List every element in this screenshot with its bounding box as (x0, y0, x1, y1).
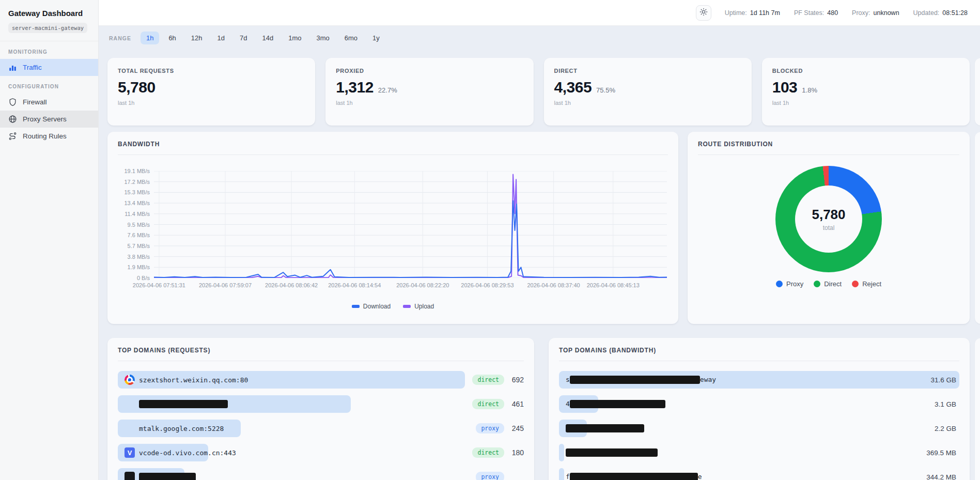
range-option-14d[interactable]: 14d (257, 32, 279, 44)
donut-legend-item-proxy: Proxy (776, 280, 803, 288)
stat-value-row: 4,36575.5% (554, 79, 741, 96)
sidebar-item-traffic[interactable]: Traffic (0, 59, 98, 76)
range-option-12h[interactable]: 12h (185, 32, 208, 44)
favicon-slot (125, 423, 135, 433)
bandwidth-title: BANDWIDTH (118, 141, 668, 148)
sidebar-section: MONITORINGTraffic (0, 49, 98, 76)
sidebar-item-label: Routing Rules (23, 132, 67, 140)
domain-row-content: mtalk.google.com:5228 (118, 420, 469, 437)
badge-direct: direct (472, 375, 504, 385)
sidebar-item-label: Traffic (23, 64, 42, 71)
topbar: Uptime:1d 11h 7mPF States:480Proxy:unkno… (99, 0, 980, 26)
legend-label: Upload (414, 303, 434, 310)
domain-bar-zone: szextshort.weixin.qq.com:80 (118, 371, 465, 389)
donut-legend: ProxyDirectReject (698, 280, 959, 288)
status-strip: Uptime:1d 11h 7mPF States:480Proxy:unkno… (725, 9, 968, 17)
status-value: 1d 11h 7m (750, 9, 780, 17)
stats-row: TOTAL REQUESTS5,780last 1hPROXIED1,31222… (107, 58, 970, 126)
domain-row-content: 369.5 MB (559, 444, 959, 461)
stat-percent: 22.7% (378, 86, 397, 94)
domain-bar-zone: Vvcode-od.vivo.com.cn:443 (118, 444, 465, 461)
redacted-domain (566, 448, 658, 457)
donut-total: 5,780 (812, 207, 845, 223)
domain-text: fe (566, 473, 702, 480)
status-label: Proxy: (852, 9, 870, 17)
domain-text: vcode-od.vivo.com.cn:443 (139, 449, 236, 457)
shield-icon (8, 98, 17, 106)
donut-center: 5,780 total (795, 185, 862, 253)
range-option-3mo[interactable]: 3mo (311, 32, 335, 44)
vivo-favicon: V (125, 447, 135, 458)
bandwidth-legend: DownloadUpload (118, 303, 668, 310)
y-axis-tick-label: 15.3 MB/s (124, 189, 150, 195)
bandwidth-value: 369.5 MB (926, 449, 956, 457)
range-option-1mo[interactable]: 1mo (283, 32, 307, 44)
bandwidth-chart: 19.1 MB/s17.2 MB/s15.3 MB/s13.4 MB/s11.4… (118, 171, 668, 278)
y-axis-tick-label: 0 B/s (137, 275, 150, 281)
donut-wrap: 5,780 total (698, 166, 959, 272)
redacted-domain (570, 400, 665, 408)
theme-toggle-button[interactable] (696, 5, 711, 21)
stat-label: DIRECT (554, 68, 741, 74)
route-title: ROUTE DISTRIBUTION (698, 141, 959, 148)
range-option-1y[interactable]: 1y (367, 32, 385, 44)
range-option-1d[interactable]: 1d (212, 32, 230, 44)
domain-bar-zone (118, 468, 469, 480)
stat-value-row: 1031.8% (772, 79, 959, 96)
domain-text: seway (566, 376, 716, 384)
badge-proxy: proxy (476, 423, 504, 433)
range-option-7d[interactable]: 7d (234, 32, 253, 44)
legend-dot (776, 281, 783, 287)
domain-row: 2.2 GB (559, 420, 959, 437)
range-option-6mo[interactable]: 6mo (339, 32, 363, 44)
badge-proxy: proxy (476, 472, 504, 480)
top-domains-requests-card: TOP DOMAINS (REQUESTS) szextshort.weixin… (107, 338, 534, 480)
range-option-6h[interactable]: 6h (163, 32, 181, 44)
route-distribution-card: ROUTE DISTRIBUTION 5,780 total ProxyDire… (688, 132, 970, 324)
stat-value: 4,365 (554, 79, 592, 96)
domain-row: direct461 (118, 395, 524, 413)
status-value: 480 (827, 9, 838, 17)
donut-legend-item-reject: Reject (852, 280, 881, 288)
app-root: Gateway Dashboard server-macmini-gateway… (0, 0, 980, 480)
x-axis-tick-label: 2026-04-06 08:29:53 (461, 282, 514, 288)
sidebar-item-firewall[interactable]: Firewall (0, 94, 98, 111)
divider (118, 154, 668, 155)
domain-row: mtalk.google.com:5228proxy245 (118, 420, 524, 437)
request-count: 245 (504, 424, 524, 432)
legend-label: Download (363, 303, 391, 310)
domain-row-content: fe344.2 MB (559, 468, 959, 480)
stat-value: 5,780 (118, 79, 155, 96)
stat-label: BLOCKED (772, 68, 959, 74)
redacted-domain (566, 424, 644, 432)
status-item: Updated:08:51:28 (913, 9, 968, 17)
bar-chart-icon (8, 63, 17, 72)
y-axis-tick-label: 5.7 MB/s (128, 243, 150, 249)
bandwidth-value: 2.2 GB (935, 425, 956, 432)
sidebar-item-proxy-servers[interactable]: Proxy Servers (0, 111, 98, 128)
sidebar-header: Gateway Dashboard server-macmini-gateway (0, 0, 98, 41)
x-axis-tick-label: 2026-04-06 08:14:54 (328, 282, 381, 288)
range-option-1h[interactable]: 1h (141, 32, 159, 44)
status-label: Updated: (913, 9, 940, 17)
x-axis-tick-label: 2026-04-06 08:45:13 (587, 282, 640, 288)
y-axis-tick-label: 17.2 MB/s (124, 179, 150, 185)
domain-row: 43.1 GB (559, 395, 959, 413)
stat-period: last 1h (118, 100, 305, 106)
legend-dot (814, 281, 820, 287)
stat-percent: 75.5% (596, 86, 615, 94)
charts-row: BANDWIDTH 19.1 MB/s17.2 MB/s15.3 MB/s13.… (107, 132, 970, 324)
app-title: Gateway Dashboard (8, 9, 91, 18)
x-axis-tick-label: 2026-04-06 07:51:31 (133, 282, 185, 288)
stat-value-row: 1,31222.7% (336, 79, 523, 96)
sidebar-item-routing-rules[interactable]: Routing Rules (0, 128, 98, 145)
stat-period: last 1h (772, 100, 959, 106)
status-item: Proxy:unknown (852, 9, 899, 17)
badge-direct: direct (472, 447, 504, 458)
top-bandwidth-title: TOP DOMAINS (BANDWIDTH) (559, 347, 959, 354)
request-count: 461 (504, 400, 524, 408)
top-requests-title: TOP DOMAINS (REQUESTS) (118, 347, 524, 354)
y-axis-tick-label: 7.6 MB/s (128, 232, 150, 238)
divider (118, 361, 524, 361)
domain-row: seway31.6 GB (559, 371, 959, 389)
